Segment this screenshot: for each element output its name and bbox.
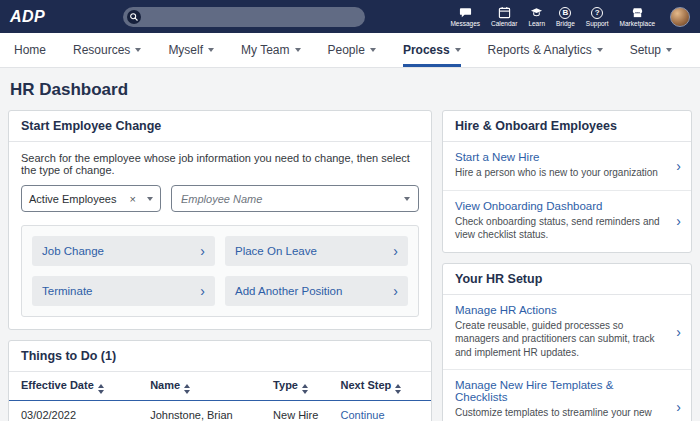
chevron-right-icon: ›: [393, 284, 398, 298]
manage-new-hire-templates-link[interactable]: Manage New Hire Templates & Checklists C…: [443, 369, 691, 421]
sort-icon: [395, 384, 401, 394]
action-label: Add Another Position: [235, 285, 342, 297]
employee-filter-select[interactable]: Active Employees ×: [21, 185, 161, 212]
terminate-button[interactable]: Terminate ›: [32, 276, 215, 306]
card-title: Things to Do (1): [9, 341, 431, 372]
link-description: Hire a person who is new to your organiz…: [455, 166, 665, 180]
action-label: Place On Leave: [235, 245, 317, 257]
link-label: Manage HR Actions: [455, 304, 665, 316]
chevron-down-icon: [597, 48, 603, 52]
card-title: Hire & Onboard Employees: [443, 111, 691, 142]
chevron-down-icon: [455, 48, 461, 52]
topicon-label: Support: [586, 20, 609, 27]
manage-hr-actions-link[interactable]: Manage HR Actions Create reusable, guide…: [443, 295, 691, 370]
chevron-right-icon: ›: [393, 244, 398, 258]
main-nav: Home Resources Myself My Team People Pro…: [0, 33, 700, 68]
chevron-right-icon: ›: [676, 325, 681, 339]
employee-name-input[interactable]: [171, 185, 419, 212]
graduation-cap-icon: [530, 6, 543, 19]
topicon-label: Learn: [528, 20, 545, 27]
topicon-label: Messages: [450, 20, 480, 27]
learn-button[interactable]: Learn: [528, 6, 545, 27]
chevron-down-icon: [404, 197, 410, 201]
bridge-button[interactable]: B Bridge: [556, 6, 575, 27]
chevron-down-icon: [135, 48, 141, 52]
nav-item-myself[interactable]: Myself: [168, 33, 214, 67]
cell-name: Johnstone, Brian: [150, 401, 273, 421]
nav-item-setup[interactable]: Setup: [630, 33, 672, 67]
column-header-name[interactable]: Name: [150, 372, 273, 401]
topbar-actions: Messages Calendar Learn B Bridge ? Suppo…: [450, 6, 690, 27]
support-button[interactable]: ? Support: [586, 6, 609, 27]
action-label: Job Change: [42, 245, 104, 257]
chevron-right-icon: ›: [200, 284, 205, 298]
search-icon: [127, 10, 141, 24]
messages-button[interactable]: Messages: [450, 6, 480, 27]
things-to-do-card: Things to Do (1) Effective Date Name Typ…: [8, 340, 432, 421]
topicon-label: Marketplace: [620, 20, 655, 27]
support-icon: ?: [591, 6, 603, 19]
action-label: Terminate: [42, 285, 93, 297]
things-to-do-table: Effective Date Name Type Next Step 03/02…: [9, 372, 431, 421]
sort-icon: [302, 384, 308, 394]
topicon-label: Bridge: [556, 20, 575, 27]
card-title: Your HR Setup: [443, 264, 691, 295]
topbar: ADP Messages Calendar Learn B Bridge: [0, 0, 700, 33]
start-employee-change-card: Start Employee Change Search for the emp…: [8, 110, 432, 330]
chevron-right-icon: ›: [676, 214, 681, 228]
start-new-hire-link[interactable]: Start a New Hire Hire a person who is ne…: [443, 142, 691, 190]
sort-icon: [98, 384, 104, 394]
column-header-next-step[interactable]: Next Step: [340, 372, 431, 401]
change-type-panel: Job Change › Place On Leave › Terminate …: [21, 225, 419, 317]
global-search-input[interactable]: [123, 7, 365, 27]
nav-item-people[interactable]: People: [328, 33, 376, 67]
job-change-button[interactable]: Job Change ›: [32, 236, 215, 266]
left-column: Start Employee Change Search for the emp…: [8, 110, 432, 421]
nav-label: Reports & Analytics: [488, 43, 592, 57]
right-column: Hire & Onboard Employees Start a New Hir…: [442, 110, 692, 421]
page-title: HR Dashboard: [10, 80, 700, 100]
clear-icon[interactable]: ×: [130, 193, 142, 205]
link-label: View Onboarding Dashboard: [455, 200, 665, 212]
calendar-button[interactable]: Calendar: [491, 6, 517, 27]
chevron-down-icon: [295, 48, 301, 52]
chevron-right-icon: ›: [200, 244, 205, 258]
add-another-position-button[interactable]: Add Another Position ›: [225, 276, 408, 306]
nav-item-resources[interactable]: Resources: [73, 33, 141, 67]
content: Start Employee Change Search for the emp…: [0, 110, 700, 421]
link-description: Check onboarding status, send reminders …: [455, 215, 665, 242]
place-on-leave-button[interactable]: Place On Leave ›: [225, 236, 408, 266]
nav-item-reports-analytics[interactable]: Reports & Analytics: [488, 33, 603, 67]
nav-label: People: [328, 43, 365, 57]
marketplace-icon: [631, 6, 644, 19]
chevron-down-icon: [370, 48, 376, 52]
column-header-effective-date[interactable]: Effective Date: [9, 372, 150, 401]
sort-icon: [184, 384, 190, 394]
cell-type: New Hire: [273, 401, 340, 421]
nav-item-process[interactable]: Process: [403, 33, 461, 67]
chevron-down-icon: [666, 48, 672, 52]
nav-label: Process: [403, 43, 450, 57]
column-header-type[interactable]: Type: [273, 372, 340, 401]
nav-label: Home: [14, 43, 46, 57]
link-label: Start a New Hire: [455, 151, 665, 163]
nav-item-home[interactable]: Home: [14, 33, 46, 67]
hire-onboard-card: Hire & Onboard Employees Start a New Hir…: [442, 110, 692, 253]
view-onboarding-dashboard-link[interactable]: View Onboarding Dashboard Check onboardi…: [443, 190, 691, 252]
table-row: 03/02/2022 Johnstone, Brian New Hire Con…: [9, 401, 431, 421]
topicon-label: Calendar: [491, 20, 517, 27]
chevron-right-icon: ›: [676, 159, 681, 173]
marketplace-button[interactable]: Marketplace: [620, 6, 655, 27]
nav-item-my-team[interactable]: My Team: [241, 33, 300, 67]
cell-effective-date: 03/02/2022: [9, 401, 150, 421]
link-description: Create reusable, guided processes so man…: [455, 319, 665, 360]
link-description: Customize templates to streamline your n…: [455, 406, 665, 421]
continue-link[interactable]: Continue: [340, 409, 384, 421]
user-avatar[interactable]: [670, 7, 690, 27]
filter-value: Active Employees: [29, 193, 116, 205]
nav-label: Setup: [630, 43, 661, 57]
instructions-text: Search for the employee whose job inform…: [21, 152, 419, 176]
bridge-icon: B: [559, 6, 571, 19]
adp-logo: ADP: [10, 8, 45, 26]
messages-icon: [459, 6, 472, 19]
